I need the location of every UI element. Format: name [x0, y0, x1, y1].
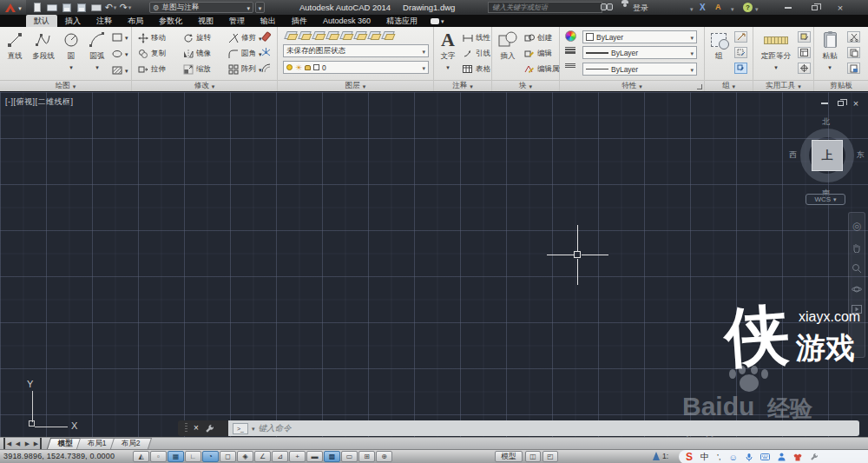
polyline-tool[interactable]: 多段线 — [29, 30, 58, 62]
panel-title-layers[interactable]: 图层 — [278, 80, 433, 91]
chevron-down-icon[interactable] — [252, 424, 255, 433]
ellipse-tool[interactable] — [111, 48, 128, 59]
next-layout-button[interactable]: ▶ — [23, 438, 32, 449]
toggle-snap-mode[interactable]: ▫ — [150, 451, 167, 462]
search-input[interactable]: 键入关键字或短语 — [488, 2, 602, 13]
ime-language-toggle[interactable]: 中 — [700, 451, 709, 463]
toggle-3d-object-snap[interactable]: ◈ — [237, 451, 253, 462]
drag-grip-icon[interactable] — [185, 423, 187, 433]
panel-title-properties[interactable]: 特性 — [560, 80, 704, 91]
edit-block-tool[interactable]: 编辑 — [523, 48, 552, 59]
last-layout-button[interactable]: ▶ — [32, 438, 42, 449]
command-line-handle[interactable]: × — [178, 420, 228, 436]
linetype-dropdown[interactable]: ByLayer — [582, 63, 697, 76]
ribbon-tab-view[interactable]: 视图 — [190, 15, 221, 27]
object-color-dropdown[interactable]: ByLayer — [582, 30, 697, 43]
quick-view-drawings-button[interactable]: ◰ — [542, 451, 558, 462]
layer-lock-icon[interactable] — [382, 30, 393, 40]
color-wheel[interactable] — [565, 30, 576, 42]
trim-tool[interactable]: 修剪 — [227, 32, 262, 43]
arc-tool[interactable]: 圆弧 — [84, 30, 110, 71]
toggle-ortho-mode[interactable]: ∟ — [185, 451, 201, 462]
create-block-tool[interactable]: 创建 — [523, 32, 552, 43]
user-profile-icon[interactable] — [778, 453, 786, 461]
id-point-button[interactable] — [798, 63, 811, 74]
exchange-apps-icon[interactable]: X — [700, 3, 706, 12]
toggle-dynamic-ucs[interactable]: ⊿ — [272, 451, 288, 462]
move-tool[interactable]: 移动 — [137, 32, 166, 43]
panel-title-annotation[interactable]: 注释 — [434, 80, 491, 91]
ime-punctuation-toggle[interactable]: ’, — [717, 453, 721, 461]
rectangle-tool[interactable] — [111, 31, 128, 43]
sign-in-label[interactable]: 登录 — [633, 3, 648, 14]
copy-clip-button[interactable] — [847, 47, 860, 58]
ribbon-tab-default[interactable]: 默认 — [26, 15, 57, 27]
navigation-bar[interactable]: ◎ — [848, 212, 865, 358]
coordinate-display[interactable]: 3918.9896, 1524.7389, 0.0000 — [3, 452, 130, 462]
rotate-tool[interactable]: 旋转 — [182, 32, 211, 43]
command-close-icon[interactable]: × — [194, 424, 199, 433]
view-cube-top-face[interactable]: 上 — [812, 140, 843, 171]
ribbon-tab-plugins[interactable]: 插件 — [284, 15, 315, 27]
chevron-down-icon[interactable] — [731, 4, 734, 13]
annotation-scale-button[interactable]: 1: — [653, 452, 668, 460]
ribbon-tab-manage[interactable]: 管理 — [221, 15, 253, 27]
close-button[interactable]: × — [833, 2, 847, 13]
customize-wrench-icon[interactable] — [205, 424, 214, 433]
toggle-object-snap-tracking[interactable]: ∠ — [254, 451, 271, 462]
ribbon-tab-annotate[interactable]: 注释 — [89, 15, 120, 27]
minimize-button[interactable] — [781, 2, 795, 13]
pan-hand-icon[interactable] — [852, 242, 862, 253]
panel-title-block[interactable]: 块 — [492, 80, 559, 91]
orbit-icon[interactable] — [852, 284, 862, 294]
save-as-button[interactable] — [74, 0, 89, 15]
ungroup-button[interactable] — [734, 31, 747, 43]
workspace-extra-dropdown[interactable] — [255, 2, 265, 13]
ribbon-display-toggle[interactable] — [431, 15, 444, 27]
circle-tool[interactable]: 圆 — [60, 30, 82, 71]
app-menu-button[interactable] — [0, 0, 26, 15]
model-space-button[interactable]: 模型 — [495, 451, 523, 462]
show-motion-icon[interactable] — [852, 305, 862, 314]
open-file-button[interactable] — [44, 0, 59, 15]
array-tool[interactable]: 阵列 — [227, 63, 262, 75]
panel-launcher-icon[interactable] — [697, 84, 702, 89]
text-tool[interactable]: A 文字 — [437, 30, 459, 71]
panel-title-draw[interactable]: 绘图 — [0, 80, 131, 91]
zoom-icon[interactable] — [852, 263, 862, 274]
linear-dimension-tool[interactable]: 线性 — [462, 32, 496, 43]
fillet-tool[interactable]: 圆角 — [227, 48, 262, 59]
toggle-dynamic-input[interactable]: + — [289, 451, 306, 462]
ribbon-tab-autodesk360[interactable]: Autodesk 360 — [315, 15, 378, 27]
soft-keyboard-icon[interactable] — [760, 453, 770, 460]
copy-tool[interactable]: 复制 — [137, 48, 166, 59]
help-button[interactable]: ? — [743, 3, 753, 12]
layer-freeze-icon[interactable] — [354, 30, 365, 40]
sogou-logo-icon[interactable]: S — [686, 451, 693, 463]
layer-match-icon[interactable] — [299, 30, 310, 40]
group-selection-toggle[interactable] — [734, 63, 747, 74]
ribbon-tab-layout[interactable]: 布局 — [120, 15, 151, 27]
panel-title-modify[interactable]: 修改 — [132, 80, 277, 91]
layer-off-icon[interactable] — [368, 30, 379, 40]
toggle-transparency[interactable]: ▩ — [324, 451, 340, 462]
mirror-tool[interactable]: 镜像 — [182, 48, 211, 59]
toggle-annotation-monitor[interactable]: ⊕ — [376, 451, 392, 462]
paste-special-button[interactable] — [847, 63, 860, 74]
toggle-quick-properties[interactable]: ▭ — [341, 451, 358, 462]
compass-west-label[interactable]: 西 — [789, 149, 797, 161]
quick-select-button[interactable] — [798, 31, 811, 43]
redo-button[interactable]: ↷ — [118, 0, 133, 15]
quick-view-layouts-button[interactable]: ◫ — [525, 451, 541, 462]
view-cube[interactable]: 北 西 东 南 上 — [794, 116, 860, 200]
layer-isolate-icon[interactable] — [326, 30, 338, 40]
group-edit-button[interactable] — [734, 47, 747, 58]
steering-wheel-icon[interactable]: ◎ — [852, 220, 861, 232]
stretch-tool[interactable]: 拉伸 — [137, 63, 166, 75]
undo-button[interactable]: ↶ — [103, 0, 118, 15]
toggle-lineweight[interactable]: ▬ — [306, 451, 323, 462]
group-tool[interactable]: 组 — [707, 30, 730, 62]
panel-title-utilities[interactable]: 实用工具 — [753, 80, 813, 91]
skin-shirt-icon[interactable] — [793, 453, 802, 461]
command-input[interactable]: >_ 键入命令 — [228, 420, 859, 436]
